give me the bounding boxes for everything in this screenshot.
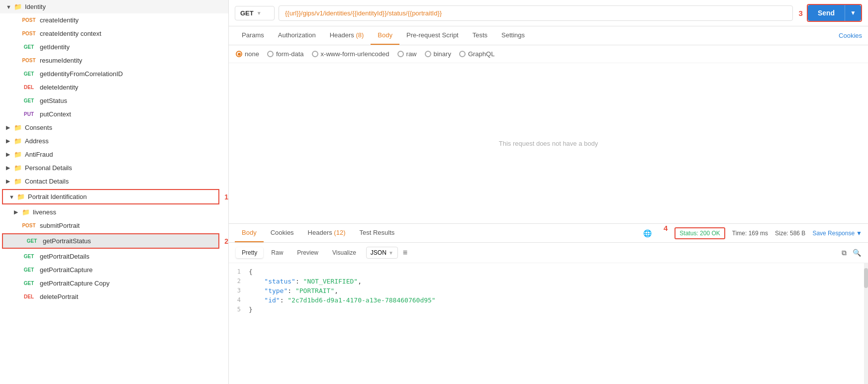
radio-binary bbox=[425, 51, 431, 57]
response-section: Body Cookies Headers (12) Test Results 🌐… bbox=[229, 223, 868, 384]
format-preview[interactable]: Preview bbox=[291, 247, 324, 258]
method-badge-post: POST bbox=[22, 17, 36, 23]
code-line-2: 2 "status": "NOT_VERIFIED", bbox=[229, 277, 868, 286]
sidebar-item-deletePortrait[interactable]: DEL deletePortrait bbox=[0, 290, 228, 303]
response-tab-test-results[interactable]: Test Results bbox=[352, 224, 401, 242]
body-option-binary[interactable]: binary bbox=[425, 50, 451, 58]
send-button[interactable]: Send bbox=[808, 5, 845, 21]
filter-icon[interactable]: ≡ bbox=[403, 248, 407, 257]
sidebar-item-putContext[interactable]: PUT putContext bbox=[0, 107, 228, 121]
sidebar-item-consents[interactable]: ▶ 📁 Consents bbox=[0, 121, 228, 134]
radio-none bbox=[236, 51, 242, 57]
sidebar-item-getIdentityFromCorrelationID[interactable]: GET getIdentityFromCorrelationID bbox=[0, 67, 228, 81]
response-tabs-bar: Body Cookies Headers (12) Test Results 🌐… bbox=[229, 224, 868, 243]
globe-icon: 🌐 bbox=[643, 229, 652, 237]
tab-tests[interactable]: Tests bbox=[466, 26, 494, 45]
response-tab-cookies[interactable]: Cookies bbox=[264, 224, 301, 242]
format-pretty[interactable]: Pretty bbox=[236, 247, 263, 258]
body-option-none[interactable]: none bbox=[236, 50, 259, 58]
method-select[interactable]: GET ▼ bbox=[235, 6, 275, 20]
sidebar-item-label: Identity bbox=[25, 3, 46, 10]
status-badge: Status: 200 OK bbox=[675, 227, 725, 239]
sidebar-item-contact-details[interactable]: ▶ 📁 Contact Details bbox=[0, 175, 228, 188]
response-time: Time: 169 ms bbox=[732, 230, 768, 237]
sidebar-item-liveness[interactable]: ▶ 📁 liveness bbox=[0, 205, 228, 219]
sidebar-item-createIdentityContext[interactable]: POST createIdentity context bbox=[0, 27, 228, 40]
response-tab-body[interactable]: Body bbox=[235, 224, 264, 242]
response-size: Size: 586 B bbox=[775, 230, 805, 237]
code-line-3: 3 "type": "PORTRAIT", bbox=[229, 286, 868, 295]
sidebar-item-createIdentity[interactable]: POST createIdentity bbox=[0, 13, 228, 27]
sidebar-item-antifraud[interactable]: ▶ 📁 AntiFraud bbox=[0, 148, 228, 161]
format-bar: Pretty Raw Preview Visualize JSON ▼ ≡ ⧉ … bbox=[229, 243, 868, 263]
tab-settings[interactable]: Settings bbox=[494, 26, 532, 45]
response-status-area: 🌐 4 Status: 200 OK Time: 169 ms Size: 58… bbox=[643, 227, 862, 239]
tab-params[interactable]: Params bbox=[235, 26, 271, 45]
sidebar-item-deleteIdentity[interactable]: DEL deleteIdentity bbox=[0, 81, 228, 94]
body-option-graphql[interactable]: GraphQL bbox=[459, 50, 494, 58]
annotation-4: 4 bbox=[664, 224, 668, 232]
sidebar-item-getStatus[interactable]: GET getStatus bbox=[0, 94, 228, 107]
url-bar: GET ▼ 3 Send ▼ bbox=[229, 0, 868, 26]
sidebar-item-submitPortrait[interactable]: POST submitPortrait bbox=[0, 219, 228, 232]
code-area: 1 { 2 "status": "NOT_VERIFIED", 3 "type"… bbox=[229, 263, 868, 384]
radio-urlencoded bbox=[312, 51, 318, 57]
search-icon[interactable]: 🔍 bbox=[853, 249, 861, 257]
code-line-4: 4 "id": "2c7d1bd6-d9a1-4170-a13e-7884607… bbox=[229, 295, 868, 305]
request-tabs-bar: Params Authorization Headers (8) Body Pr… bbox=[229, 26, 868, 45]
url-input[interactable] bbox=[279, 5, 793, 21]
main-panel: GET ▼ 3 Send ▼ Params Authorization Head… bbox=[229, 0, 868, 384]
annotation-3: 3 bbox=[799, 9, 803, 17]
annotation-1: 1 bbox=[224, 193, 228, 201]
sidebar-item-personal-details[interactable]: ▶ 📁 Personal Details bbox=[0, 161, 228, 175]
sidebar-item-getPortraitStatus[interactable]: GET getPortraitStatus bbox=[2, 233, 219, 249]
body-option-urlencoded[interactable]: x-www-form-urlencoded bbox=[312, 50, 389, 58]
sidebar-item-identity[interactable]: ▼ 📁 Identity bbox=[0, 0, 228, 13]
cookies-link[interactable]: Cookies bbox=[839, 32, 862, 39]
chevron-identity: ▼ bbox=[6, 4, 14, 10]
method-label: GET bbox=[240, 9, 254, 17]
radio-graphql bbox=[459, 51, 466, 57]
radio-form-data bbox=[267, 51, 274, 57]
sidebar-item-getIdentity[interactable]: GET getIdentity bbox=[0, 40, 228, 54]
tab-pre-request-script[interactable]: Pre-request Script bbox=[399, 26, 466, 45]
sidebar-item-getPortraitDetails[interactable]: GET getPortraitDetails bbox=[0, 250, 228, 263]
code-line-1: 1 { bbox=[229, 267, 868, 277]
annotation-2: 2 bbox=[224, 237, 228, 245]
tab-headers[interactable]: Headers (8) bbox=[323, 26, 371, 45]
no-body-message: This request does not have a body bbox=[229, 63, 868, 223]
method-chevron-icon: ▼ bbox=[257, 10, 262, 16]
sidebar: ▼ 📁 Identity POST createIdentity POST cr… bbox=[0, 0, 229, 384]
body-option-raw[interactable]: raw bbox=[397, 50, 417, 58]
body-option-form-data[interactable]: form-data bbox=[267, 50, 304, 58]
save-response-button[interactable]: Save Response ▼ bbox=[812, 230, 862, 237]
copy-icon[interactable]: ⧉ bbox=[842, 249, 847, 257]
scrollbar-track[interactable] bbox=[864, 263, 868, 384]
radio-raw bbox=[397, 51, 404, 57]
scrollbar-thumb[interactable] bbox=[864, 268, 868, 288]
send-button-group: Send ▼ bbox=[807, 4, 862, 22]
sidebar-item-portrait-identification[interactable]: ▼ 📁 Portrait Identification bbox=[2, 189, 219, 204]
sidebar-item-address[interactable]: ▶ 📁 Address bbox=[0, 134, 228, 148]
body-options: none form-data x-www-form-urlencoded raw… bbox=[229, 45, 868, 63]
sidebar-item-resumeIdentity[interactable]: POST resumeIdentity bbox=[0, 54, 228, 67]
tab-authorization[interactable]: Authorization bbox=[271, 26, 323, 45]
sidebar-item-getPortraitCapture[interactable]: GET getPortraitCapture bbox=[0, 263, 228, 277]
json-format-select[interactable]: JSON ▼ bbox=[366, 247, 398, 259]
send-dropdown-button[interactable]: ▼ bbox=[845, 5, 861, 21]
response-tab-headers[interactable]: Headers (12) bbox=[301, 224, 353, 242]
folder-icon: 📁 bbox=[14, 3, 22, 10]
format-visualize[interactable]: Visualize bbox=[326, 247, 362, 258]
tab-body[interactable]: Body bbox=[371, 26, 399, 45]
code-line-5: 5 } bbox=[229, 305, 868, 314]
format-raw[interactable]: Raw bbox=[265, 247, 289, 258]
sidebar-item-getPortraitCaptureCopy[interactable]: GET getPortraitCapture Copy bbox=[0, 277, 228, 290]
